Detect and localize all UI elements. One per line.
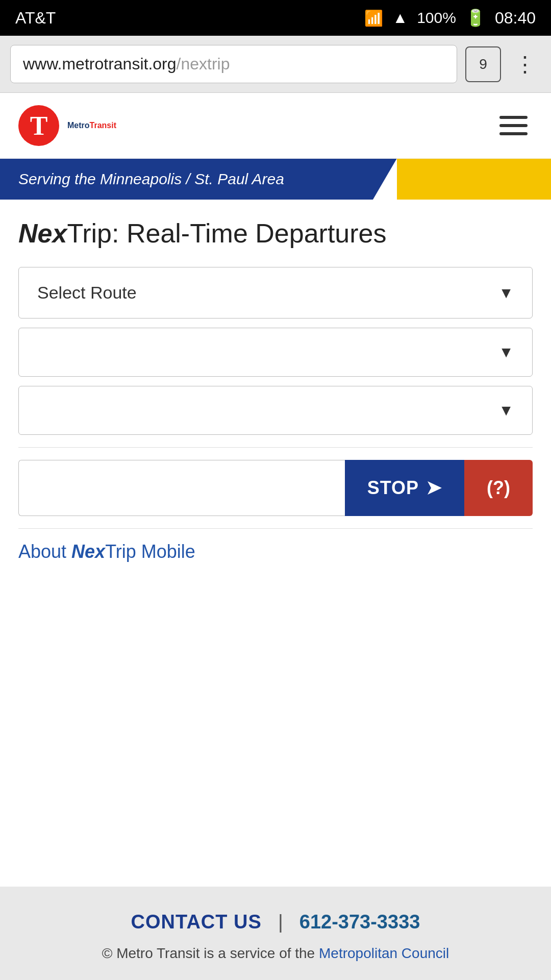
banner-yellow xyxy=(397,159,551,200)
status-bar: AT&T 📶 ▲ 100% 🔋 08:40 xyxy=(0,0,551,36)
clock: 08:40 xyxy=(495,9,536,28)
help-button-label: (?) xyxy=(487,477,510,498)
wifi-icon: 📶 xyxy=(364,9,383,27)
page-title: NexTrip: Real-Time Departures xyxy=(18,218,533,249)
page-title-bold: Nex xyxy=(18,218,67,248)
site-header: T MetroTransit xyxy=(0,93,551,159)
banner: Serving the Minneapolis / St. Paul Area xyxy=(0,159,551,200)
route-dropdown-label: Select Route xyxy=(37,283,137,303)
logo-icon: T xyxy=(18,105,59,146)
metropolitan-council-link[interactable]: Metropolitan Council xyxy=(319,945,449,961)
footer-contact-row: CONTACT US | 612-373-3333 xyxy=(18,911,533,933)
about-link-rest: Trip Mobile xyxy=(105,541,195,562)
url-path: /nextrip xyxy=(177,55,230,74)
copyright-text: © Metro Transit is a service of the xyxy=(102,945,319,961)
footer-divider: | xyxy=(278,911,283,933)
direction-dropdown-chevron: ▼ xyxy=(498,344,514,361)
about-link-prefix: About xyxy=(18,541,71,562)
direction-dropdown[interactable]: ▼ xyxy=(18,328,533,377)
stop-number-row: STOP ➤ (?) xyxy=(18,460,533,516)
help-button[interactable]: (?) xyxy=(464,460,533,516)
stop-dropdown-chevron: ▼ xyxy=(498,402,514,419)
hamburger-line-1 xyxy=(499,116,528,119)
divider-1 xyxy=(18,447,533,448)
logo-metro: Metro xyxy=(67,121,90,130)
signal-icon: ▲ xyxy=(392,9,408,27)
tab-count-button[interactable]: 9 xyxy=(465,46,501,82)
about-nextrip-link[interactable]: About NexTrip Mobile xyxy=(18,541,533,562)
hamburger-line-3 xyxy=(499,132,528,135)
page-wrapper: AT&T 📶 ▲ 100% 🔋 08:40 www.metrotransit.o… xyxy=(0,0,551,980)
banner-blue: Serving the Minneapolis / St. Paul Area xyxy=(0,159,397,200)
main-content: NexTrip: Real-Time Departures Select Rou… xyxy=(0,200,551,562)
battery-icon: 🔋 xyxy=(465,8,486,28)
banner-text: Serving the Minneapolis / St. Paul Area xyxy=(18,170,284,188)
stop-button-arrow: ➤ xyxy=(426,477,442,499)
route-dropdown-chevron: ▼ xyxy=(498,284,514,302)
logo-transit: Transit xyxy=(90,121,116,130)
logo-area: T MetroTransit xyxy=(18,105,116,146)
battery-level: 100% xyxy=(417,9,456,27)
browser-bar: www.metrotransit.org /nextrip 9 ⋮ xyxy=(0,36,551,93)
hamburger-line-2 xyxy=(499,124,528,127)
page-title-rest: Trip: Real-Time Departures xyxy=(67,218,386,248)
url-domain: www.metrotransit.org xyxy=(23,55,177,74)
carrier: AT&T xyxy=(15,9,56,28)
tab-count: 9 xyxy=(479,56,487,72)
logo-text: MetroTransit xyxy=(67,121,116,130)
url-box[interactable]: www.metrotransit.org /nextrip xyxy=(10,45,457,83)
stop-number-input[interactable] xyxy=(18,460,345,516)
footer-phone-link[interactable]: 612-373-3333 xyxy=(299,911,420,933)
browser-menu-button[interactable]: ⋮ xyxy=(509,52,541,77)
footer: CONTACT US | 612-373-3333 © Metro Transi… xyxy=(0,887,551,980)
route-dropdown[interactable]: Select Route ▼ xyxy=(18,267,533,318)
about-link-bold: Nex xyxy=(71,541,105,562)
stop-dropdown[interactable]: ▼ xyxy=(18,386,533,435)
stop-button[interactable]: STOP ➤ xyxy=(345,460,464,516)
content-area: T MetroTransit Serving the Minneapolis /… xyxy=(0,93,551,980)
stop-button-label: STOP xyxy=(367,477,419,499)
contact-us-link[interactable]: CONTACT US xyxy=(131,911,262,933)
status-right: 📶 ▲ 100% 🔋 08:40 xyxy=(364,8,536,28)
logo-letter: T xyxy=(30,111,48,141)
hamburger-button[interactable] xyxy=(494,111,533,140)
footer-copyright: © Metro Transit is a service of the Metr… xyxy=(18,945,533,962)
divider-2 xyxy=(18,528,533,529)
